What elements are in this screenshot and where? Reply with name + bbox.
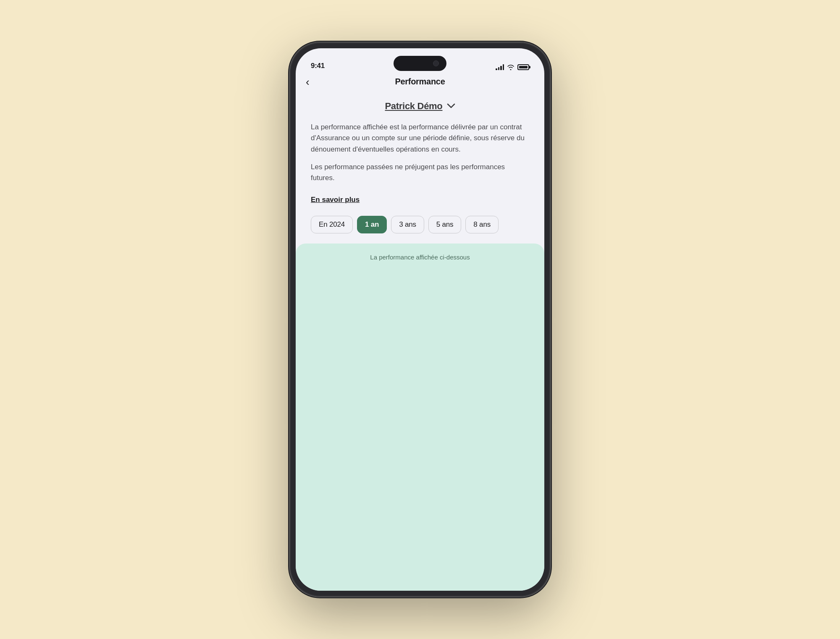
status-icons [496, 64, 529, 70]
phone-screen: 9:41 [296, 48, 544, 591]
signal-icon [496, 64, 504, 70]
description-text: La performance affichée est la performan… [311, 122, 529, 184]
status-time: 9:41 [311, 62, 325, 70]
nav-header: ‹ Performance [296, 73, 544, 93]
content-area: Patrick Démo La performance affichée est… [296, 93, 544, 591]
filter-btn-1an[interactable]: 1 an [357, 216, 387, 233]
user-selector[interactable]: Patrick Démo [311, 97, 529, 122]
description-paragraph-1: La performance affichée est la performan… [311, 122, 529, 155]
battery-icon [517, 64, 529, 70]
wifi-icon [507, 64, 514, 70]
dynamic-island [394, 56, 446, 71]
description-paragraph-2: Les performance passées ne préjugent pas… [311, 162, 529, 184]
bottom-peek-text: La performance affichée ci-dessous [362, 254, 478, 261]
bottom-card-peek: La performance affichée ci-dessous [296, 244, 544, 591]
phone-device: 9:41 [290, 42, 550, 597]
filter-btn-3ans[interactable]: 3 ans [391, 216, 424, 233]
period-filters: En 2024 1 an 3 ans 5 ans 8 ans [311, 216, 529, 242]
user-name: Patrick Démo [385, 101, 442, 112]
chevron-down-icon [447, 103, 455, 109]
page-title: Performance [395, 77, 445, 86]
filter-btn-2024[interactable]: En 2024 [311, 216, 353, 233]
filter-btn-8ans[interactable]: 8 ans [465, 216, 499, 233]
back-button[interactable]: ‹ [306, 76, 310, 87]
learn-more-link[interactable]: En savoir plus [311, 196, 529, 204]
filter-btn-5ans[interactable]: 5 ans [428, 216, 462, 233]
